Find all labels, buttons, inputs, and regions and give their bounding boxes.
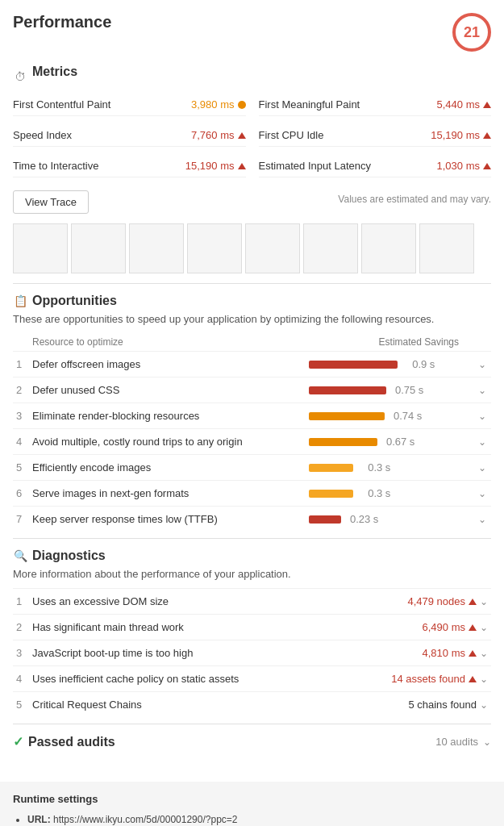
opp-savings: 0.74 s (309, 410, 472, 422)
metric-tti-label: Time to Interactive (13, 160, 98, 172)
diagnostics-section: 🔍 Diagnostics More information about the… (13, 538, 491, 717)
diag-val-text: 6,490 ms (423, 621, 465, 633)
opp-chevron-cell: ⌄ (475, 429, 491, 455)
passed-audits-title: ✓ Passed audits (13, 734, 115, 749)
opportunity-row: 7 Keep server response times low (TTFB) … (13, 507, 491, 532)
savings-bar (309, 464, 353, 472)
opp-chevron-cell: ⌄ (475, 378, 491, 403)
savings-bar (309, 412, 385, 420)
passed-audits-count: 10 audits (435, 736, 478, 748)
opp-num: 1 (13, 352, 29, 378)
diagnostics-description: More information about the performance o… (13, 568, 491, 580)
metric-fmp-label: First Meaningful Paint (259, 98, 360, 111)
diag-chevron[interactable]: ⌄ (480, 648, 488, 659)
opp-num: 3 (13, 403, 29, 429)
metrics-grid: First Contentful Paint 3,980 ms First Me… (13, 94, 491, 177)
metric-fci: First CPU Idle 15,190 ms (259, 124, 492, 147)
performance-score: 21 (452, 13, 491, 52)
savings-bar (309, 490, 353, 498)
opportunity-row: 4 Avoid multiple, costly round trips to … (13, 429, 491, 455)
diagnostic-row: 3 JavaScript boot-up time is too high 4,… (13, 640, 491, 666)
diagnostic-row: 4 Uses inefficient cache policy on stati… (13, 666, 491, 692)
check-icon: ✓ (13, 734, 23, 749)
opp-savings-cell: 0.23 s (306, 507, 475, 532)
warn-icon (238, 101, 246, 109)
opp-chevron-cell: ⌄ (475, 481, 491, 507)
diag-value: 4,479 nodes ⌄ (344, 595, 488, 607)
opp-savings: 0.9 s (309, 358, 472, 370)
diag-value: 6,490 ms ⌄ (344, 621, 488, 633)
filmstrip-frame (71, 223, 126, 273)
opportunity-row: 6 Serve images in next-gen formats 0.3 s… (13, 481, 491, 507)
opp-chevron[interactable]: ⌄ (478, 488, 486, 499)
diag-chevron[interactable]: ⌄ (480, 596, 488, 607)
diag-chevron[interactable]: ⌄ (480, 674, 488, 685)
diag-name: Uses inefficient cache policy on static … (29, 666, 340, 692)
metric-fcp-label: First Contentful Paint (13, 98, 110, 111)
col-savings-header: Estimated Savings (306, 333, 475, 352)
opportunities-header: Resource to optimize Estimated Savings (13, 333, 491, 352)
diag-name: Critical Request Chains (29, 692, 340, 718)
view-trace-button[interactable]: View Trace (13, 190, 89, 214)
opp-chevron[interactable]: ⌄ (478, 385, 486, 396)
metric-tti-value: 15,190 ms (185, 160, 246, 172)
diag-num: 3 (13, 640, 29, 666)
filmstrip-frame (187, 223, 242, 273)
opp-chevron[interactable]: ⌄ (478, 411, 486, 422)
opportunity-row: 5 Efficiently encode images 0.3 s ⌄ (13, 455, 491, 481)
diag-val-text: 5 chains found (408, 699, 477, 711)
metrics-icon: ⏱ (13, 69, 27, 84)
savings-bar (309, 386, 386, 394)
diag-num: 4 (13, 666, 29, 692)
metric-eil: Estimated Input Latency 1,030 ms (259, 155, 492, 177)
opp-chevron[interactable]: ⌄ (478, 359, 486, 370)
opp-name: Keep server response times low (TTFB) (29, 507, 306, 532)
metric-tti: Time to Interactive 15,190 ms (13, 155, 246, 177)
filmstrip-frame (129, 223, 184, 273)
opp-num: 7 (13, 507, 29, 532)
opportunities-table: Resource to optimize Estimated Savings 1… (13, 333, 491, 532)
opp-num: 4 (13, 429, 29, 455)
opp-savings-cell: 0.67 s (306, 429, 475, 455)
diag-value-cell: 6,490 ms ⌄ (340, 615, 491, 640)
triangle-icon (483, 163, 491, 169)
savings-bar (309, 438, 377, 446)
passed-audits-row: ✓ Passed audits 10 audits ⌄ (13, 724, 491, 759)
opp-savings: 0.67 s (309, 436, 472, 448)
opp-chevron[interactable]: ⌄ (478, 514, 486, 525)
opp-name: Eliminate render-blocking resources (29, 403, 306, 429)
diag-name: Uses an excessive DOM size (29, 589, 340, 615)
diag-name: Has significant main thread work (29, 615, 340, 640)
metric-fcp: First Contentful Paint 3,980 ms (13, 94, 246, 116)
runtime-item: URL: https://www.ikyu.com/5d/00001290/?p… (27, 811, 491, 826)
diagnostic-row: 5 Critical Request Chains 5 chains found… (13, 692, 491, 718)
savings-bar (309, 361, 398, 369)
metric-eil-value: 1,030 ms (437, 160, 491, 172)
opportunity-row: 3 Eliminate render-blocking resources 0.… (13, 403, 491, 429)
diagnostics-icon: 🔍 (13, 549, 27, 563)
diag-value: 5 chains found ⌄ (344, 699, 488, 711)
metric-si-label: Speed Index (13, 129, 72, 141)
triangle-icon (483, 132, 491, 139)
triangle-icon (238, 132, 246, 139)
opp-savings-cell: 0.75 s (306, 378, 475, 403)
metrics-title: Metrics (32, 65, 77, 79)
opp-chevron[interactable]: ⌄ (478, 436, 486, 448)
savings-val: 0.23 s (346, 513, 378, 525)
diag-chevron[interactable]: ⌄ (480, 699, 488, 711)
triangle-icon (238, 163, 246, 169)
diag-val-text: 4,810 ms (423, 647, 465, 659)
metric-si-value: 7,760 ms (191, 129, 245, 141)
diag-value-cell: 4,479 nodes ⌄ (340, 589, 491, 615)
diag-val-text: 14 assets found (391, 673, 465, 685)
diag-chevron[interactable]: ⌄ (480, 622, 488, 633)
opp-chevron[interactable]: ⌄ (478, 462, 486, 473)
savings-val: 0.67 s (382, 436, 414, 448)
diagnostics-table: 1 Uses an excessive DOM size 4,479 nodes… (13, 588, 491, 717)
diag-num: 1 (13, 589, 29, 615)
savings-val: 0.3 s (358, 487, 390, 499)
passed-audits-chevron[interactable]: ⌄ (483, 736, 491, 748)
opp-name: Avoid multiple, costly round trips to an… (29, 429, 306, 455)
opp-chevron-cell: ⌄ (475, 507, 491, 532)
opp-chevron-cell: ⌄ (475, 352, 491, 378)
